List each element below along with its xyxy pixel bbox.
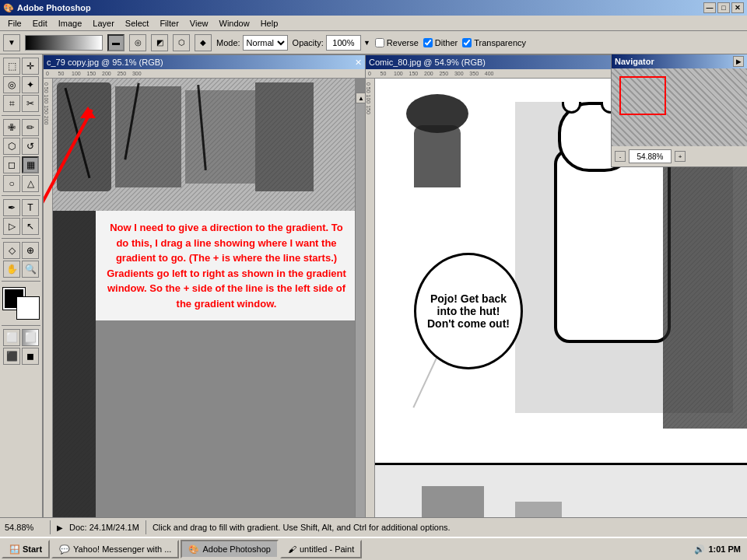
menu-help[interactable]: Help bbox=[256, 17, 283, 30]
navigator-panel: Navigator ▶ - + bbox=[611, 54, 747, 167]
photoshop-icon: 🎨 bbox=[188, 544, 199, 555]
taskbar-paint[interactable]: 🖌 untitled - Paint bbox=[280, 540, 362, 558]
navigator-expand[interactable]: ▶ bbox=[733, 56, 744, 67]
mode-group: Mode: Normal bbox=[216, 35, 288, 51]
figure-4 bbox=[255, 82, 314, 191]
gradient-reflected-button[interactable]: ⬡ bbox=[173, 34, 190, 51]
blur-tool[interactable]: △ bbox=[22, 175, 39, 192]
history-brush-tool[interactable]: ↺ bbox=[22, 138, 39, 155]
stamp-tool[interactable]: ⬡ bbox=[3, 138, 20, 155]
gradient-diamond-button[interactable]: ◆ bbox=[195, 34, 212, 51]
canvas-area: c_79 copy.jpg @ 95.1% (RGB) ✕ 0 50 100 1… bbox=[43, 54, 747, 517]
gradient-preset-button[interactable]: ▼ bbox=[3, 34, 20, 51]
start-icon: 🪟 bbox=[9, 544, 20, 555]
zoom-out-button[interactable]: - bbox=[615, 151, 626, 162]
status-arrow-icon[interactable]: ▶ bbox=[57, 523, 63, 532]
tool-row-8: ✒ T bbox=[3, 199, 39, 216]
title-bar-controls[interactable]: — □ ✕ bbox=[703, 2, 744, 13]
menu-view[interactable]: View bbox=[185, 17, 213, 30]
hand-tool[interactable]: ✋ bbox=[3, 261, 20, 278]
menu-select[interactable]: Select bbox=[121, 17, 154, 30]
tool-row-11: ✋ 🔍 bbox=[3, 261, 39, 278]
tool-row-12: ⬜ ⬜ bbox=[3, 329, 39, 346]
healing-tool[interactable]: ✙ bbox=[3, 119, 20, 136]
zoom-in-button[interactable]: + bbox=[675, 151, 686, 162]
tool-row-2: ◎ ✦ bbox=[3, 76, 39, 93]
title-bar: 🎨 Adobe Photoshop — □ ✕ bbox=[0, 0, 747, 16]
screen-mode-standard[interactable]: ⬛ bbox=[3, 348, 20, 365]
eraser-tool[interactable]: ◻ bbox=[3, 156, 20, 173]
svg-marker-0 bbox=[80, 107, 96, 118]
eyedropper-tool[interactable]: ⊕ bbox=[22, 242, 39, 259]
zoom-input[interactable] bbox=[629, 149, 672, 163]
gradient-arrow-tip bbox=[80, 107, 96, 124]
text-tool[interactable]: T bbox=[22, 199, 39, 216]
speech-bubble-text: Pojo! Get back into the hut! Don't come … bbox=[424, 292, 513, 330]
tool-divider-1 bbox=[2, 115, 40, 116]
gradient-radial-button[interactable]: ◎ bbox=[129, 34, 146, 51]
close-button[interactable]: ✕ bbox=[731, 2, 744, 13]
doc-close-1[interactable]: ✕ bbox=[355, 58, 362, 68]
zoom-display: 54.88% bbox=[5, 523, 44, 532]
tool-row-3: ⌗ ✂ bbox=[3, 95, 39, 112]
app-title: Adobe Photoshop bbox=[17, 3, 91, 12]
menu-filter[interactable]: Filter bbox=[155, 17, 183, 30]
slice-tool[interactable]: ✂ bbox=[22, 95, 39, 112]
char-drum bbox=[414, 125, 461, 187]
menu-file[interactable]: File bbox=[3, 17, 26, 30]
opacity-arrow-icon[interactable]: ▼ bbox=[363, 39, 370, 47]
crop-tool[interactable]: ⌗ bbox=[3, 95, 20, 112]
opacity-input[interactable] bbox=[326, 35, 361, 51]
gradient-angle-button[interactable]: ◩ bbox=[151, 34, 168, 51]
menu-edit[interactable]: Edit bbox=[28, 17, 52, 30]
tool-row-10: ◇ ⊕ bbox=[3, 242, 39, 259]
taskbar-photoshop[interactable]: 🎨 Adobe Photoshop bbox=[181, 540, 278, 558]
shape-tool[interactable]: ▷ bbox=[3, 218, 20, 235]
doc-title-bar-1[interactable]: c_79 copy.jpg @ 95.1% (RGB) ✕ bbox=[44, 55, 365, 69]
char-hat bbox=[406, 94, 468, 133]
navigator-controls[interactable]: ▶ bbox=[733, 56, 744, 67]
taskbar: 🪟 Start 💬 Yahoo! Messenger with ... 🎨 Ad… bbox=[0, 537, 747, 560]
gradient-tool[interactable]: ▦ bbox=[22, 156, 39, 173]
color-picker[interactable] bbox=[3, 288, 39, 319]
menu-window[interactable]: Window bbox=[215, 17, 254, 30]
marquee-tool[interactable]: ⬚ bbox=[3, 58, 20, 75]
menu-image[interactable]: Image bbox=[54, 17, 87, 30]
transparency-checkbox[interactable] bbox=[462, 38, 472, 47]
start-label: Start bbox=[23, 544, 42, 554]
dither-checkbox[interactable] bbox=[423, 38, 433, 47]
reverse-group: Reverse bbox=[375, 38, 419, 47]
instruction-text: Now I need to give a direction to the gr… bbox=[105, 220, 348, 311]
notes-tool[interactable]: ◇ bbox=[3, 242, 20, 259]
menu-bar: File Edit Image Layer Select Filter View… bbox=[0, 16, 747, 31]
taskbar-right: 🔊 1:01 PM bbox=[689, 544, 745, 555]
brush-tool[interactable]: ✏ bbox=[22, 119, 39, 136]
speech-bubble: Pojo! Get back into the hut! Don't come … bbox=[414, 253, 523, 369]
transparency-label: Transparency bbox=[474, 38, 526, 47]
quick-mask-on[interactable]: ⬜ bbox=[22, 329, 39, 346]
gradient-preview[interactable] bbox=[25, 35, 103, 51]
taskbar-yahoo[interactable]: 💬 Yahoo! Messenger with ... bbox=[51, 540, 179, 558]
tool-row-9: ▷ ↖ bbox=[3, 218, 39, 235]
move-tool[interactable]: ✛ bbox=[22, 58, 39, 75]
figure-3 bbox=[185, 90, 255, 184]
minimize-button[interactable]: — bbox=[703, 2, 716, 13]
zoom-tool[interactable]: 🔍 bbox=[22, 261, 39, 278]
yahoo-icon: 💬 bbox=[59, 544, 70, 555]
mode-select[interactable]: Normal bbox=[243, 35, 288, 51]
maximize-button[interactable]: □ bbox=[717, 2, 730, 13]
pen-tool[interactable]: ✒ bbox=[3, 199, 20, 216]
background-color[interactable] bbox=[17, 297, 39, 319]
start-button[interactable]: 🪟 Start bbox=[2, 540, 50, 558]
dodge-tool[interactable]: ○ bbox=[3, 175, 20, 192]
app-icon: 🎨 bbox=[3, 3, 14, 13]
document-window-1: c_79 copy.jpg @ 95.1% (RGB) ✕ 0 50 100 1… bbox=[43, 54, 366, 517]
screen-mode-full[interactable]: ◼ bbox=[22, 348, 39, 365]
magic-wand-tool[interactable]: ✦ bbox=[22, 76, 39, 93]
lasso-tool[interactable]: ◎ bbox=[3, 76, 20, 93]
reverse-checkbox[interactable] bbox=[375, 38, 384, 47]
select-path-tool[interactable]: ↖ bbox=[22, 218, 39, 235]
menu-layer[interactable]: Layer bbox=[88, 17, 119, 30]
quick-mask-off[interactable]: ⬜ bbox=[3, 329, 20, 346]
gradient-linear-button[interactable]: ▬ bbox=[107, 34, 124, 51]
